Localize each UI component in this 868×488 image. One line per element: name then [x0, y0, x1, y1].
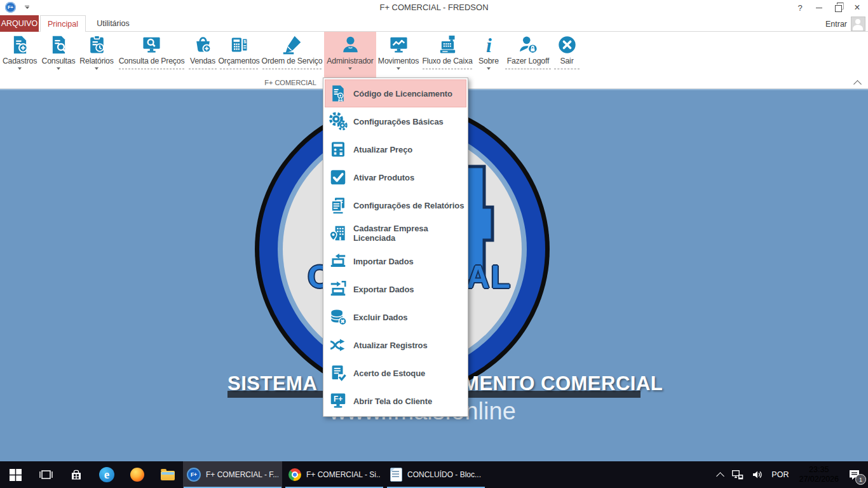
- network-status[interactable]: [728, 461, 748, 488]
- ribbon-button-label: Administrador: [327, 57, 373, 65]
- ribbon-button-consultas[interactable]: Consultas: [39, 32, 78, 78]
- ribbon-button-cadastros[interactable]: Cadastros: [0, 32, 39, 78]
- menu-item-excluir-dados[interactable]: Excluir Dados: [325, 303, 466, 331]
- report-printer-icon: [329, 196, 348, 215]
- ribbon-group-caption: F+ COMERCIAL: [0, 79, 581, 86]
- tab-utilitarios[interactable]: Utilitários: [89, 15, 137, 32]
- ribbon-button-ordem-de-servico[interactable]: Ordem de Serviço: [260, 32, 324, 78]
- menu-item-label: Atualizar Registros: [353, 341, 428, 350]
- ribbon-button-label: Movimentos: [378, 57, 419, 65]
- menu-item-atualizar-preco[interactable]: Atualizar Preço: [325, 135, 466, 163]
- clipboard-clock-icon: [86, 34, 107, 55]
- menu-item-label: Importar Dados: [353, 257, 414, 266]
- notepad-icon: [390, 468, 402, 482]
- menu-item-label: Excluir Dados: [353, 313, 407, 322]
- building-pin-icon: [329, 224, 348, 243]
- license-document-icon: [329, 84, 348, 103]
- menu-item-exportar-dados[interactable]: Exportar Dados: [325, 275, 466, 303]
- action-center-button[interactable]: 1: [844, 461, 868, 488]
- menu-item-label: Atualizar Preço: [353, 145, 412, 154]
- tray-expand-button[interactable]: [713, 461, 728, 488]
- ribbon-button-fluxo-de-caixa[interactable]: Fluxo de Caixa: [421, 32, 474, 78]
- ribbon-button-movimentos[interactable]: Movimentos: [376, 32, 421, 78]
- file-explorer-button[interactable]: [153, 461, 183, 488]
- menu-item-ativar-produtos[interactable]: Ativar Produtos: [325, 163, 466, 191]
- gears-icon: [329, 112, 348, 131]
- minimize-button[interactable]: [810, 0, 829, 15]
- dashed-underline: [220, 69, 259, 69]
- help-button[interactable]: ?: [790, 0, 810, 15]
- basket-add-icon: [193, 34, 214, 55]
- cash-register-icon: [437, 34, 458, 55]
- ribbon-button-sair[interactable]: Sair: [553, 32, 581, 78]
- menu-item-importar-dados[interactable]: Importar Dados: [325, 247, 466, 275]
- svg-text:F+: F+: [334, 395, 342, 403]
- tab-principal[interactable]: Principal: [40, 15, 86, 32]
- ribbon-button-sobre[interactable]: i Sobre: [474, 32, 503, 78]
- ribbon-button-consulta-de-precos[interactable]: Consulta de Preços: [116, 32, 187, 78]
- title-bar: F+ F+ COMERCIAL - FREDSON ? ×: [0, 0, 868, 15]
- export-data-icon: [329, 280, 348, 299]
- taskbar-app-label: F+ COMERCIAL - F...: [206, 470, 278, 479]
- restore-button[interactable]: [829, 0, 848, 15]
- login-area[interactable]: Entrar: [825, 17, 865, 31]
- app-window: F+ F+ COMERCIAL - FREDSON ? × ARQUIVO Pr…: [0, 0, 868, 488]
- chevron-down-icon: [348, 67, 352, 70]
- edge-button[interactable]: e: [92, 461, 122, 488]
- ribbon-button-relatorios[interactable]: Relatórios: [78, 32, 116, 78]
- collapse-ribbon-icon[interactable]: [853, 80, 862, 88]
- ribbon-button-label: Sobre: [478, 57, 499, 65]
- task-view-button[interactable]: [31, 461, 61, 488]
- taskbar-app-fcomercial[interactable]: F+ F+ COMERCIAL - F...: [183, 461, 282, 488]
- fplus-app-icon: F+: [187, 468, 201, 482]
- clock-date: 27/02/2026: [799, 475, 839, 484]
- start-button[interactable]: [0, 461, 31, 488]
- svg-text:i: i: [486, 34, 492, 55]
- taskbar-app-notepad[interactable]: CONCLUÍDO - Bloc...: [386, 461, 485, 488]
- network-icon: [732, 470, 743, 480]
- import-data-icon: [329, 252, 348, 271]
- tab-arquivo[interactable]: ARQUIVO: [0, 15, 39, 32]
- login-label: Entrar: [825, 20, 847, 29]
- taskbar-app-chrome[interactable]: F+ COMERCIAL - Si...: [285, 461, 384, 488]
- close-button[interactable]: ×: [848, 0, 867, 15]
- calculator-icon: [329, 140, 348, 159]
- menu-item-label: Acerto de Estoque: [353, 369, 425, 378]
- menu-item-codigo-de-licenciamento[interactable]: Código de Licenciamento: [325, 79, 466, 107]
- chevron-down-icon: [487, 67, 491, 70]
- ribbon-button-orcamentos[interactable]: $ Orçamentos: [218, 32, 260, 78]
- menu-item-label: Abrir Tela do Cliente: [353, 396, 432, 406]
- monitor-chart-icon: [388, 34, 409, 55]
- volume-control[interactable]: [748, 461, 767, 488]
- ribbon-button-administrador[interactable]: Administrador: [324, 32, 376, 78]
- client-screen-icon: F+: [329, 391, 348, 410]
- firefox-button[interactable]: [122, 461, 153, 488]
- ribbon-button-label: Consultas: [42, 57, 76, 65]
- ribbon-button-label: Vendas: [190, 57, 215, 65]
- menu-item-label: Ativar Produtos: [353, 173, 414, 182]
- menu-item-cadastrar-empresa-licenciada[interactable]: Cadastrar Empresa Licenciada: [325, 219, 466, 247]
- ribbon-button-vendas[interactable]: Vendas: [187, 32, 218, 78]
- ribbon-button-label: Cadastros: [3, 57, 37, 65]
- firefox-icon: [130, 468, 144, 482]
- dashed-underline: [189, 69, 217, 69]
- language-indicator[interactable]: POR: [767, 461, 793, 488]
- document-search-icon: [48, 34, 69, 55]
- menu-item-abrir-tela-do-cliente[interactable]: F+ Abrir Tela do Cliente: [325, 387, 466, 415]
- menu-item-configuracoes-de-relatorios[interactable]: Configurações de Relatórios: [325, 191, 466, 219]
- menu-item-atualizar-registros[interactable]: Atualizar Registros: [325, 331, 466, 359]
- menu-item-configuracoes-basicas[interactable]: Configurações Básicas: [325, 107, 466, 135]
- menu-item-acerto-de-estoque[interactable]: Acerto de Estoque: [325, 359, 466, 387]
- notification-badge: 1: [855, 474, 866, 485]
- microsoft-store-button[interactable]: [61, 461, 92, 488]
- edge-icon: e: [99, 467, 114, 482]
- monitor-search-icon: [141, 34, 162, 55]
- calculator-money-icon: $: [229, 34, 250, 55]
- ribbon-button-fazer-logoff[interactable]: Fazer Logoff: [503, 32, 553, 78]
- dashed-underline: [505, 69, 551, 69]
- ribbon-button-label: Ordem de Serviço: [262, 57, 323, 65]
- clock[interactable]: 23:35 27/02/2026: [793, 465, 844, 484]
- ribbon-button-label: Relatórios: [79, 57, 113, 65]
- dashed-underline: [554, 69, 580, 69]
- task-view-icon: [39, 469, 53, 480]
